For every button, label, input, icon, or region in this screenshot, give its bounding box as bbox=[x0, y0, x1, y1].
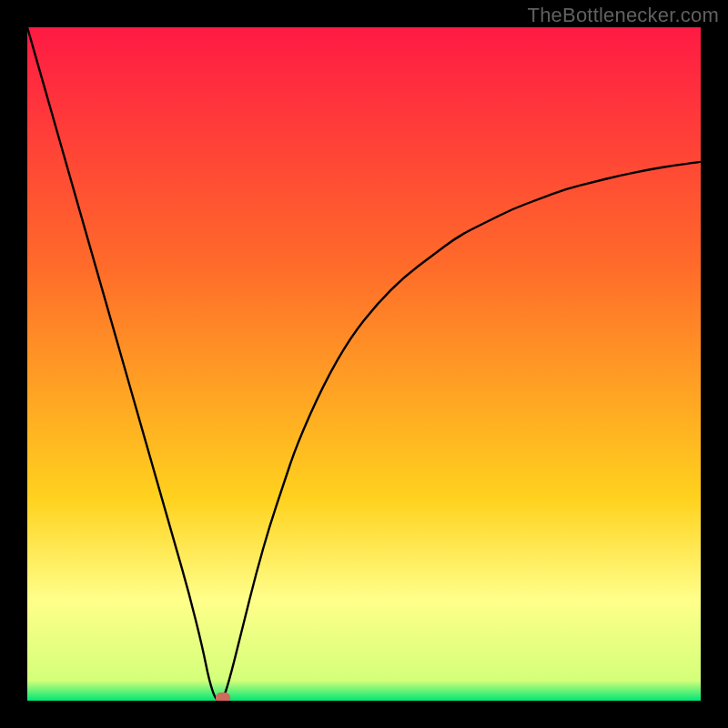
plot-area bbox=[27, 27, 701, 701]
svg-rect-0 bbox=[27, 27, 701, 701]
attribution-label: TheBottlenecker.com bbox=[528, 4, 719, 27]
optimal-point-marker bbox=[216, 693, 230, 701]
background-gradient bbox=[27, 27, 701, 701]
chart-frame: TheBottlenecker.com bbox=[0, 0, 728, 728]
